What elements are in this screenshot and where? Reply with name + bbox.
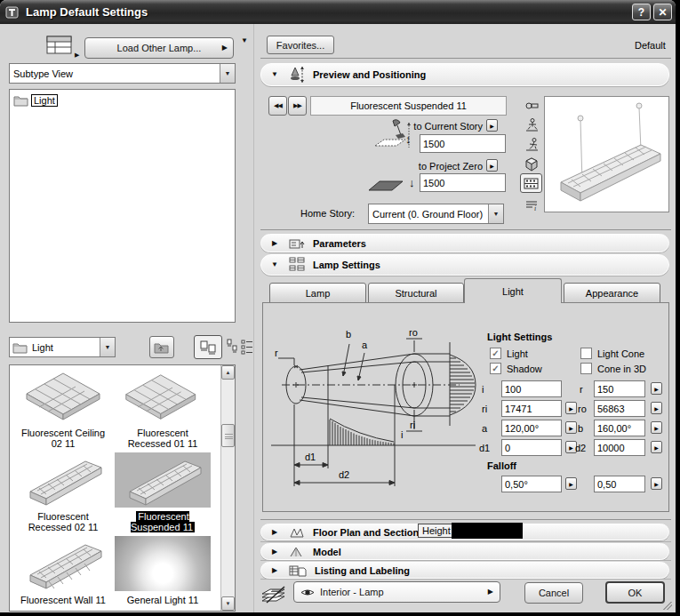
tab-lamp[interactable]: Lamp: [269, 283, 366, 303]
field-d1-input[interactable]: [501, 439, 562, 456]
load-other-lamp-button[interactable]: Load Other Lamp... ▶: [84, 37, 234, 59]
down-arrow-icon: ↓: [409, 176, 415, 189]
section-model[interactable]: ▶ Model: [260, 543, 669, 560]
falloff-angle-menu-button[interactable]: ▶: [565, 477, 577, 490]
resize-grip[interactable]: [662, 602, 672, 610]
subtype-menu-arrow-icon[interactable]: ▶: [75, 52, 79, 58]
folder-up-button[interactable]: [149, 336, 174, 358]
field-ri-input[interactable]: [501, 400, 562, 417]
field-ro-input[interactable]: [594, 400, 645, 417]
to-current-story-label: to Current Story: [360, 121, 483, 132]
thumbnail-fluorescent-recessed-02[interactable]: FluorescentRecessed 02 11: [15, 452, 111, 532]
field-d2-input[interactable]: [594, 439, 645, 456]
light-cone-checkbox[interactable]: [580, 348, 592, 359]
expand-icon[interactable]: ▶: [261, 567, 288, 574]
layer-combo-value: Interior - Lamp: [320, 587, 384, 597]
current-story-height-input[interactable]: [420, 134, 506, 153]
title-bar[interactable]: Lamp Default Settings ? ✕: [0, 0, 676, 24]
cancel-label: Cancel: [539, 588, 569, 598]
preview-mode-side-view-icon[interactable]: [523, 136, 540, 153]
preview-mode-symbol-icon[interactable]: [523, 98, 540, 115]
field-a-menu-button[interactable]: ▶: [565, 421, 577, 434]
shadow-checkbox[interactable]: ✓: [490, 363, 501, 374]
tab-light-active[interactable]: Light: [464, 278, 562, 303]
field-b-menu-button[interactable]: ▶: [651, 421, 662, 434]
field-i-input[interactable]: [501, 380, 562, 397]
expand-icon[interactable]: ▶: [261, 240, 288, 247]
subtype-hierarchy-icon[interactable]: [46, 36, 73, 55]
project-zero-height-input[interactable]: [420, 173, 506, 192]
home-story-chevron-icon[interactable]: ▼: [488, 204, 503, 223]
shadow-checkbox-label: Shadow: [507, 364, 542, 374]
layer-combo[interactable]: Interior - Lamp ▶: [293, 581, 500, 603]
preview-mode-front-view-icon[interactable]: [523, 116, 540, 133]
panel-collapse-icon[interactable]: ▼: [241, 37, 248, 44]
falloff-value-menu-button[interactable]: ▶: [651, 477, 662, 490]
section-lamp-settings[interactable]: ▼ Lamp Settings: [260, 254, 669, 276]
collapse-icon[interactable]: ▼: [261, 261, 288, 268]
falloff-value-input[interactable]: [594, 476, 645, 492]
close-button[interactable]: ✕: [653, 4, 672, 20]
preview-mode-info-icon[interactable]: i: [523, 197, 540, 214]
thumbnail-fluorescent-ceiling-02[interactable]: Fluorescent Ceiling02 11: [15, 369, 111, 449]
folder-icon: [12, 340, 28, 355]
tab-appearance[interactable]: Appearance: [564, 283, 660, 303]
thumbnail-fluorescent-wall[interactable]: Fluorescent Wall 11: [15, 536, 111, 605]
expand-icon[interactable]: ▶: [261, 548, 288, 556]
scroll-down-icon[interactable]: ▼: [221, 596, 235, 611]
field-r-menu-button[interactable]: ▶: [651, 382, 662, 395]
home-story-value: Current (0. Ground Floor): [369, 209, 488, 220]
field-b-input[interactable]: [594, 420, 645, 436]
previous-item-button[interactable]: ◀◀: [268, 96, 287, 116]
field-r-input[interactable]: [594, 380, 645, 397]
section-listing-labeling[interactable]: ▶ Listing and Labeling: [260, 562, 669, 579]
field-ro-menu-button[interactable]: ▶: [651, 402, 662, 414]
thumbnail-general-light[interactable]: General Light 11: [115, 536, 211, 605]
subtype-view-select[interactable]: Subtype View ▼: [9, 63, 236, 84]
cancel-button[interactable]: Cancel: [524, 582, 583, 604]
layers-icon[interactable]: [260, 583, 288, 604]
folder-select[interactable]: Light ▼: [9, 337, 116, 357]
thumbnail-scrollbar[interactable]: ▲ ▼: [220, 365, 235, 611]
collapse-icon[interactable]: ▼: [261, 71, 288, 78]
redacted-block: [452, 523, 523, 539]
ok-button[interactable]: OK: [605, 581, 665, 604]
folder-select-chevron-icon[interactable]: ▼: [100, 338, 115, 356]
view-list-button[interactable]: [240, 338, 254, 356]
next-item-button[interactable]: ▶▶: [288, 96, 307, 116]
floor-plan-icon: [288, 525, 306, 540]
section-title: Preview and Positioning: [313, 69, 426, 80]
svg-text:ro: ro: [409, 327, 418, 338]
home-story-select[interactable]: Current (0. Ground Floor) ▼: [368, 204, 504, 224]
light-cone-diagram: r b a ro ri i d1 d2: [268, 324, 483, 502]
view-small-icons-button[interactable]: [226, 338, 238, 356]
field-ri-menu-button[interactable]: ▶: [565, 402, 577, 414]
view-large-icons-button[interactable]: [194, 335, 222, 359]
current-story-menu-button[interactable]: ▶: [486, 119, 498, 132]
preview-mode-3d-icon[interactable]: [523, 156, 540, 172]
preview-mode-photo-button[interactable]: [520, 173, 542, 193]
light-checkbox[interactable]: ✓: [490, 348, 501, 359]
falloff-angle-input[interactable]: [501, 476, 562, 492]
subtype-tree-list[interactable]: Light: [9, 89, 236, 323]
field-a-input[interactable]: [501, 420, 562, 436]
project-zero-menu-button[interactable]: ▶: [486, 159, 498, 172]
thumbnail-fluorescent-recessed-01[interactable]: FluorescentRecessed 01 11: [115, 369, 211, 449]
tree-item-light[interactable]: Light: [13, 93, 58, 108]
field-d2-menu-button[interactable]: ▶: [651, 441, 662, 453]
cone-in-3d-checkbox[interactable]: [580, 363, 592, 374]
section-parameters[interactable]: ▶ Parameters: [260, 234, 669, 252]
scrollbar-thumb[interactable]: [221, 424, 235, 447]
svg-text:d2: d2: [339, 469, 349, 480]
help-button[interactable]: ?: [632, 4, 651, 20]
scroll-up-icon[interactable]: ▲: [221, 365, 235, 380]
expand-icon[interactable]: ▶: [261, 529, 288, 536]
preview-image[interactable]: [544, 96, 669, 212]
thumbnail-fluorescent-suspended-selected[interactable]: Fluorescent Suspended 11: [115, 452, 211, 532]
tab-structural[interactable]: Structural: [368, 283, 464, 303]
favorites-button[interactable]: Favorites...: [267, 36, 334, 54]
subtype-view-chevron-icon[interactable]: ▼: [220, 64, 235, 83]
thumbnail-list[interactable]: Fluorescent Ceiling02 11 FluorescentRece…: [9, 364, 236, 612]
svg-text:i: i: [401, 429, 403, 440]
section-preview-positioning[interactable]: ▼ Preview and Positioning: [260, 63, 669, 86]
